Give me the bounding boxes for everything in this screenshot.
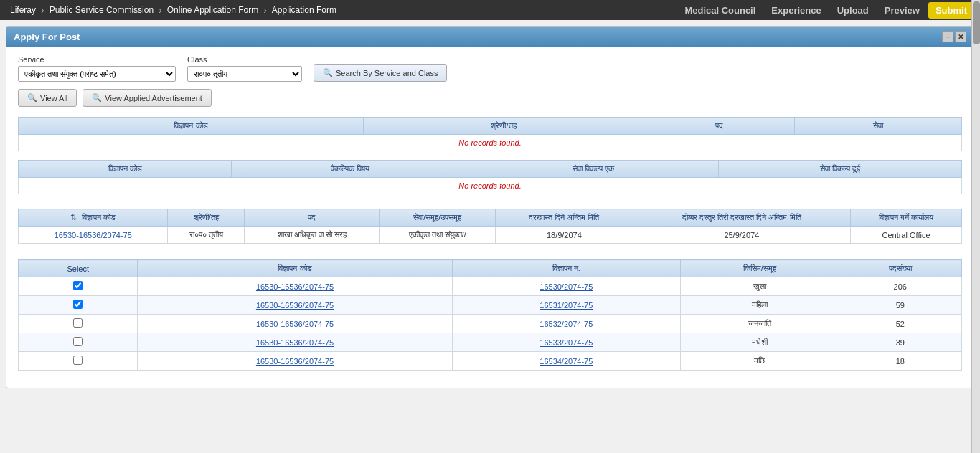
service-group: Service एकीकृत तथा संयुक्त (पर्राष्ट समे…	[18, 55, 176, 82]
scrollbar[interactable]	[971, 0, 980, 394]
breadcrumb-sep-1: ›	[41, 4, 44, 16]
table2: विज्ञापन कोड वैकल्पिक विषय सेवा विकल्प ए…	[18, 160, 962, 194]
table1-header-post: पद	[644, 118, 794, 135]
tab-upload[interactable]: Upload	[830, 2, 876, 19]
table4-row0-advno: 16530/2074-75	[452, 277, 680, 296]
list-item: 16530-16536/2074-75 16532/2074-75 जनजाति…	[19, 315, 962, 333]
table4-header-category: किसिम/समूह	[680, 260, 839, 277]
breadcrumb-af[interactable]: Application Form	[268, 2, 341, 18]
table4-header-count: पदसंख्या	[839, 260, 961, 277]
table4-row4-checkbox-cell	[19, 352, 138, 371]
table3-header-office: विज्ञापन गर्ने कार्यालय	[851, 209, 962, 226]
close-button[interactable]: ✕	[955, 31, 966, 42]
panel-header-buttons: − ✕	[942, 31, 966, 42]
service-label: Service	[18, 55, 176, 64]
table2-no-records: No records found.	[19, 178, 962, 194]
list-item: 16530-16536/2074-75 16533/2074-75 मधेशी …	[19, 333, 962, 352]
table4-header-select: Select	[19, 260, 138, 277]
service-select[interactable]: एकीकृत तथा संयुक्त (पर्राष्ट समेत)	[18, 66, 176, 82]
table4-row0-code: 16530-16536/2074-75	[138, 277, 452, 296]
table3-header-deadline: दरखास्त दिने अन्तिम मिति	[496, 209, 633, 226]
table4-row4-advno-link[interactable]: 16534/2074-75	[540, 357, 593, 366]
action-row: 🔍 View All 🔍 View Applied Advertisement	[18, 89, 962, 107]
table3-row1-service: एकीकृत तथा संयुक्त//	[380, 226, 496, 244]
breadcrumb-bar: Liferay › Public Service Commission › On…	[0, 0, 980, 20]
table3-row1-double-deadline: 25/9/2074	[633, 226, 850, 244]
table2-header-optional: वैकल्पिक विषय	[232, 161, 468, 178]
breadcrumb-liferay[interactable]: Liferay	[6, 2, 40, 18]
form-area: Service एकीकृत तथा संयुक्त (पर्राष्ट समे…	[6, 47, 974, 388]
table4-row1-code-link[interactable]: 16530-16536/2074-75	[256, 301, 334, 310]
panel-header: Apply For Post − ✕	[6, 27, 974, 47]
table3-row1-grade: रा०प० तृतीय	[168, 226, 245, 244]
table1-header-code: विज्ञापन कोड	[19, 118, 364, 135]
tab-medical-council[interactable]: Medical Council	[677, 2, 763, 19]
main-panel: Apply For Post − ✕ Service एकीकृत तथा सं…	[6, 26, 974, 388]
table4-row1-checkbox[interactable]	[73, 300, 83, 309]
table4-row4-code: 16530-16536/2074-75	[138, 352, 452, 371]
table4-row1-checkbox-cell	[19, 296, 138, 315]
table4: Select विज्ञापन कोड विज्ञापन न. किसिम/सम…	[18, 259, 962, 371]
table4-row0-checkbox-cell	[19, 277, 138, 296]
breadcrumb-oaf[interactable]: Online Application Form	[163, 2, 263, 18]
breadcrumb-sep-3: ›	[263, 4, 267, 16]
table4-row2-advno-link[interactable]: 16532/2074-75	[540, 320, 593, 328]
class-group: Class रा०प० तृतीय	[187, 55, 302, 82]
table4-row2-checkbox[interactable]	[73, 318, 83, 328]
table4-row3-code-link[interactable]: 16530-16536/2074-75	[256, 338, 334, 347]
table3-row1-code-link[interactable]: 16530-16536/2074-75	[55, 231, 132, 239]
table4-row2-advno: 16532/2074-75	[452, 315, 680, 333]
table4-row4-checkbox[interactable]	[73, 356, 83, 365]
scrollbar-thumb[interactable]	[973, 1, 980, 44]
table4-row0-code-link[interactable]: 16530-16536/2074-75	[256, 282, 334, 291]
tab-preview[interactable]: Preview	[877, 2, 927, 19]
table4-row0-checkbox[interactable]	[73, 281, 83, 290]
table3: ⇅ विज्ञापन कोड श्रेणी/तह पद सेवा/समूह/उप…	[18, 209, 962, 244]
class-select[interactable]: रा०प० तृतीय	[187, 66, 302, 82]
table4-row3-checkbox-cell	[19, 333, 138, 352]
table1: विज्ञापन कोड श्रेणी/तह पद सेवा No record…	[18, 117, 962, 151]
search-icon: 🔍	[323, 68, 333, 77]
list-item: 16530-16536/2074-75 16534/2074-75 मछि 18	[19, 352, 962, 371]
table4-row1-advno-link[interactable]: 16531/2074-75	[540, 301, 593, 310]
table4-header-advno: विज्ञापन न.	[452, 260, 680, 277]
table4-row2-count: 52	[839, 315, 961, 333]
table2-header-service1: सेवा विकल्प एक	[468, 161, 719, 178]
table4-row0-advno-link[interactable]: 16530/2074-75	[540, 282, 593, 291]
table4-row3-code: 16530-16536/2074-75	[138, 333, 452, 352]
table4-row1-advno: 16531/2074-75	[452, 296, 680, 315]
table3-header-grade: श्रेणी/तह	[168, 209, 245, 226]
table4-row2-code-link[interactable]: 16530-16536/2074-75	[256, 320, 334, 328]
search-service-class-button[interactable]: 🔍 Search By Service and Class	[314, 64, 447, 82]
table3-header-code: ⇅ विज्ञापन कोड	[19, 209, 168, 226]
table3-header-double-deadline: दोब्बर दस्तुर तिरी दरखास्त दिने अन्तिम म…	[633, 209, 850, 226]
view-all-button[interactable]: 🔍 View All	[18, 89, 77, 107]
service-class-row: Service एकीकृत तथा संयुक्त (पर्राष्ट समे…	[18, 55, 962, 82]
breadcrumb-psc[interactable]: Public Service Commission	[45, 2, 158, 18]
table4-row1-category: महिला	[680, 296, 839, 315]
list-item: 16530-16536/2074-75 16531/2074-75 महिला …	[19, 296, 962, 315]
table4-row3-advno: 16533/2074-75	[452, 333, 680, 352]
table3-row1-code: 16530-16536/2074-75	[19, 226, 168, 244]
view-applied-button[interactable]: 🔍 View Applied Advertisement	[83, 89, 212, 107]
table4-row3-checkbox[interactable]	[73, 337, 83, 346]
table2-header-code: विज्ञापन कोड	[19, 161, 232, 178]
tab-submit[interactable]: Submit	[928, 2, 974, 19]
table4-row0-count: 206	[839, 277, 961, 296]
view-all-icon: 🔍	[27, 93, 37, 102]
table-row: 16530-16536/2074-75 रा०प० तृतीय शाखा अधि…	[19, 226, 962, 244]
class-label: Class	[187, 55, 302, 64]
tab-experience[interactable]: Experience	[764, 2, 828, 19]
table3-row1-deadline: 18/9/2074	[496, 226, 633, 244]
table3-header-post: पद	[244, 209, 379, 226]
table1-header-grade: श्रेणी/तह	[364, 118, 644, 135]
table4-row4-code-link[interactable]: 16530-16536/2074-75	[256, 357, 334, 366]
breadcrumb-sep-2: ›	[159, 4, 162, 16]
table4-header-code: विज्ञापन कोड	[138, 260, 452, 277]
panel-title: Apply For Post	[14, 32, 80, 42]
table4-row3-advno-link[interactable]: 16533/2074-75	[540, 338, 593, 347]
minimize-button[interactable]: −	[942, 31, 953, 42]
table3-row1-office: Central Office	[851, 226, 962, 244]
table4-row3-category: मधेशी	[680, 333, 839, 352]
table3-header-service: सेवा/समूह/उपसमूह	[380, 209, 496, 226]
